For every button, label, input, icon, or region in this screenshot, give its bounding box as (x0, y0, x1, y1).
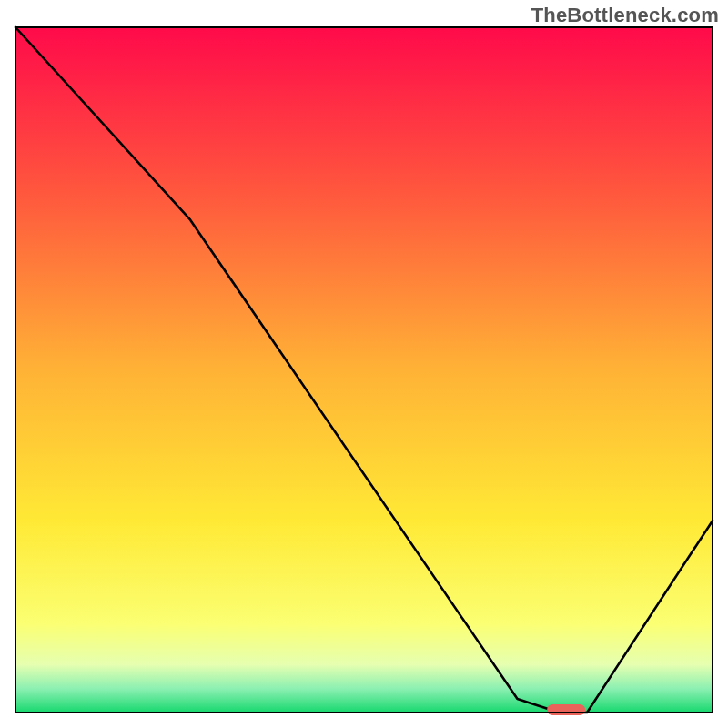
bottleneck-chart (0, 0, 728, 728)
optimum-marker (547, 704, 585, 715)
watermark-text: TheBottleneck.com (531, 4, 719, 27)
chart-background (15, 27, 713, 713)
